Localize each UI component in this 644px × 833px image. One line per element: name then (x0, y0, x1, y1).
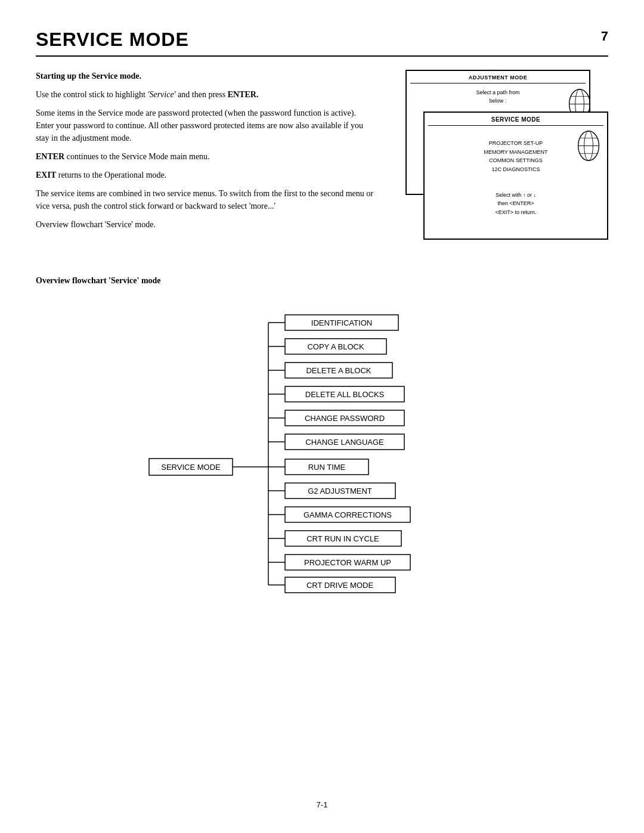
back-card-subtitle: Select a path frombelow : (413, 88, 583, 106)
section-heading: Starting up the Service mode. (36, 70, 376, 82)
page-footer: 7-1 (0, 800, 644, 809)
content-area: Starting up the Service mode. Use the co… (36, 70, 608, 293)
para4: EXIT returns to the Operational mode. (36, 169, 376, 181)
svg-text:G2 ADJUSTMENT: G2 ADJUSTMENT (308, 487, 372, 496)
service-mode-box-label: SERVICE MODE (161, 463, 221, 472)
para5: The service items are combined in two se… (36, 187, 376, 212)
svg-text:DELETE ALL BLOCKS: DELETE ALL BLOCKS (305, 390, 385, 399)
title-section: SERVICE MODE (36, 29, 608, 57)
right-diagram: ADJUSTMENT MODE Select a path frombelow … (394, 70, 608, 293)
para3: ENTER continues to the Service Mode main… (36, 150, 376, 163)
front-card-title: SERVICE MODE (425, 113, 607, 125)
back-card-title: ADJUSTMENT MODE (407, 71, 589, 83)
front-card-divider (428, 125, 603, 126)
svg-text:CHANGE  PASSWORD: CHANGE PASSWORD (305, 414, 385, 423)
svg-text:RUN TIME: RUN TIME (308, 463, 346, 472)
left-text-block: Starting up the Service mode. Use the co… (36, 70, 376, 293)
svg-text:PROJECTOR WARM UP: PROJECTOR WARM UP (304, 558, 391, 567)
page-number: 7 (601, 29, 608, 44)
main-title: SERVICE MODE (36, 29, 608, 51)
svg-text:CRT RUN IN CYCLE: CRT RUN IN CYCLE (306, 534, 379, 543)
svg-text:CRT DRIVE MODE: CRT DRIVE MODE (306, 581, 374, 590)
flowchart-svg: SERVICE MODE IDENTIFICATION COPY A BLOCK (143, 311, 549, 645)
svg-text:COPY A BLOCK: COPY A BLOCK (307, 342, 364, 351)
svg-text:CHANGE  LANGUAGE: CHANGE LANGUAGE (305, 438, 384, 447)
para2: Some items in the Service mode are passw… (36, 107, 376, 144)
svg-text:DELETE A BLOCK: DELETE A BLOCK (306, 366, 371, 375)
globe-right-front-icon (575, 129, 602, 162)
para6: Overview flowchart 'Service' mode. (36, 218, 376, 231)
page: 7 SERVICE MODE Starting up the Service m… (0, 0, 644, 833)
overview-label: Overview flowchart 'Service' mode (36, 274, 376, 287)
back-card-divider (410, 83, 586, 83)
diagram-container: ADJUSTMENT MODE Select a path frombelow … (394, 70, 608, 243)
svg-text:GAMMA  CORRECTIONS: GAMMA CORRECTIONS (304, 510, 392, 519)
svg-text:IDENTIFICATION: IDENTIFICATION (311, 318, 372, 327)
flowchart-section: SERVICE MODE IDENTIFICATION COPY A BLOCK (36, 311, 608, 645)
para1: Use the control stick to highlight 'Serv… (36, 88, 376, 101)
